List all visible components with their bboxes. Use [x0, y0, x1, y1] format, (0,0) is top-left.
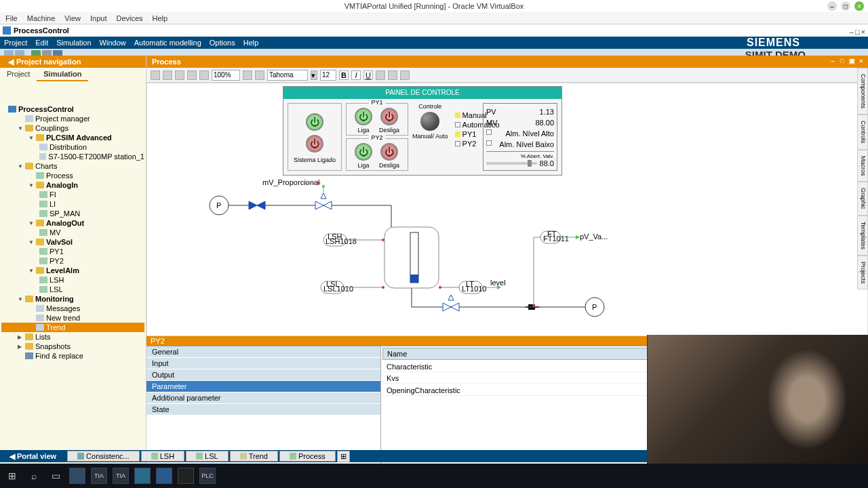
panel-min-icon[interactable]: – — [829, 58, 837, 66]
search-icon[interactable]: ⌕ — [26, 468, 42, 484]
btab-trend[interactable]: Trend — [230, 451, 278, 462]
rtab-templates[interactable]: Templates — [857, 216, 868, 256]
font-input[interactable] — [267, 70, 308, 81]
tree-fi[interactable]: FI — [1, 190, 144, 199]
tab-simulation[interactable]: Simulation — [37, 68, 88, 81]
valve-slider[interactable] — [486, 162, 537, 165]
task-plc[interactable]: PLC — [199, 468, 216, 484]
sect-input[interactable]: Input — [146, 358, 380, 369]
menu-help[interactable]: Help — [153, 14, 168, 22]
tree-plcsim[interactable]: ▼PLCSIM Advanced — [1, 133, 144, 142]
tree-snapshots[interactable]: ▶Snapshots — [1, 342, 144, 351]
rtab-graphic[interactable]: Graphic — [857, 182, 868, 216]
app-maximize-icon[interactable]: □ — [855, 28, 860, 36]
panel-close-icon[interactable]: × — [857, 58, 865, 66]
menu-devices[interactable]: Devices — [116, 14, 142, 22]
task-app4[interactable] — [178, 468, 194, 484]
color-icon[interactable] — [376, 70, 385, 80]
py1-liga-button[interactable]: ⏻ — [355, 108, 372, 125]
align-icon[interactable] — [400, 70, 410, 80]
tree-distribution[interactable]: Distribution — [1, 142, 144, 152]
maximize-icon[interactable]: □ — [841, 1, 850, 11]
tree-levelalm[interactable]: ▼LevelAlm — [1, 266, 144, 275]
start-icon[interactable]: ⊞ — [4, 468, 20, 484]
process-canvas[interactable]: PAINEL DE CONTROLE ⏻ ⏻ Sistema Ligado PY… — [146, 83, 868, 336]
tree-py2[interactable]: PY2 — [1, 256, 144, 266]
tool-select-icon[interactable] — [163, 70, 172, 80]
panel-max-icon[interactable]: ▣ — [848, 58, 856, 66]
zoom-input[interactable] — [212, 70, 240, 81]
tree-project-manager[interactable]: Project manager — [1, 114, 144, 123]
tree-findreplace[interactable]: Find & replace — [1, 351, 144, 361]
rtab-components[interactable]: Components — [857, 68, 868, 115]
menu-simulation[interactable]: Simulation — [56, 39, 91, 47]
btab-add[interactable]: ⊞ — [337, 451, 350, 462]
app-close-icon[interactable]: × — [861, 28, 865, 36]
close-icon[interactable]: × — [854, 1, 864, 11]
tool-undo-icon[interactable] — [175, 70, 184, 80]
underline-icon[interactable]: U — [363, 70, 373, 80]
fill-icon[interactable] — [388, 70, 397, 80]
taskview-icon[interactable]: ▭ — [47, 468, 64, 484]
tree-newtrend[interactable]: New trend — [1, 313, 144, 323]
bold-icon[interactable]: B — [339, 70, 349, 80]
sect-output[interactable]: Output — [146, 369, 380, 381]
tool-redo-icon[interactable] — [187, 70, 197, 80]
menu-window[interactable]: Window — [100, 39, 126, 47]
tree-mv[interactable]: MV — [1, 228, 144, 237]
sect-addparam[interactable]: Additional parameter — [146, 392, 380, 404]
sect-parameter[interactable]: Parameter — [146, 381, 380, 392]
tree-lsh[interactable]: LSH — [1, 275, 144, 285]
btab-lsh[interactable]: LSH — [141, 451, 184, 462]
py2-desliga-button[interactable]: ⏻ — [380, 143, 398, 161]
menu-edit[interactable]: Edit — [35, 39, 48, 47]
tab-project[interactable]: Project — [0, 68, 37, 81]
zoom-out-icon[interactable] — [255, 70, 264, 80]
tree-li[interactable]: LI — [1, 199, 144, 209]
fontsize-input[interactable] — [320, 70, 336, 81]
menu-input[interactable]: Input — [90, 14, 106, 22]
menu-view[interactable]: View — [64, 14, 81, 22]
rtab-macros[interactable]: Macros — [857, 150, 868, 182]
menu-automodel[interactable]: Automatic modelling — [134, 39, 201, 47]
menu-options[interactable]: Options — [210, 39, 235, 47]
task-app1[interactable] — [69, 468, 85, 484]
py2-liga-button[interactable]: ⏻ — [355, 143, 372, 161]
tree-spman[interactable]: SP_MAN — [1, 209, 144, 218]
tree-station[interactable]: S7-1500-ET200MP station_1 — [1, 152, 144, 161]
minimize-icon[interactable]: – — [827, 1, 837, 11]
menu-project[interactable]: Project — [4, 39, 27, 47]
tree-lists[interactable]: ▶Lists — [1, 332, 144, 342]
tree-messages[interactable]: Messages — [1, 304, 144, 313]
sect-general[interactable]: General — [146, 346, 380, 358]
sistema-on-button[interactable]: ⏻ — [306, 113, 323, 131]
sect-state[interactable]: State — [146, 404, 380, 415]
tree-analogin[interactable]: ▼AnalogIn — [1, 180, 144, 190]
btab-lsl[interactable]: LSL — [186, 451, 229, 462]
sistema-off-button[interactable]: ⏻ — [306, 135, 323, 152]
tool-grid-icon[interactable] — [199, 70, 209, 80]
task-app3[interactable] — [156, 468, 172, 484]
tree-trend[interactable]: Trend — [1, 323, 144, 332]
py1-desliga-button[interactable]: ⏻ — [380, 108, 398, 125]
app-minimize-icon[interactable]: – — [850, 28, 854, 36]
btab-process[interactable]: Process — [279, 451, 336, 462]
menu-machine[interactable]: Machine — [27, 14, 56, 22]
zoom-in-icon[interactable] — [243, 70, 252, 80]
rtab-projects[interactable]: Projects — [857, 256, 868, 290]
tree-process[interactable]: Process — [1, 171, 144, 180]
task-tia1[interactable]: TIA — [91, 468, 107, 484]
tree-monitoring[interactable]: ▼Monitoring — [1, 294, 144, 304]
font-drop-icon[interactable]: ▾ — [311, 70, 317, 80]
tree-py1[interactable]: PY1 — [1, 247, 144, 256]
portal-view-button[interactable]: ◀ Portal view — [1, 451, 66, 462]
mode-knob[interactable] — [420, 112, 439, 131]
tree-lsl[interactable]: LSL — [1, 285, 144, 294]
menu-help[interactable]: Help — [243, 39, 259, 47]
tool-cursor-icon[interactable] — [151, 70, 160, 80]
panel-restore-icon[interactable]: □ — [838, 58, 846, 66]
btab-consist[interactable]: Consistenc... — [67, 451, 140, 462]
rtab-controls[interactable]: Controls — [857, 115, 868, 150]
italic-icon[interactable]: I — [351, 70, 361, 80]
tree-couplings[interactable]: ▼Couplings — [1, 123, 144, 133]
